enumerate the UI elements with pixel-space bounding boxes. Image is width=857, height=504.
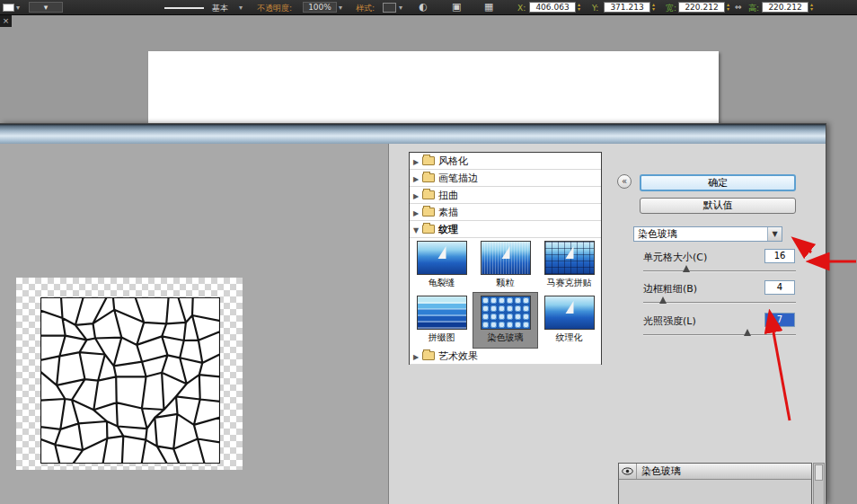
category-brush-strokes[interactable]: ▶画笔描边 (410, 170, 601, 187)
filter-label: 拼缀图 (410, 332, 473, 343)
patchwork-thumbnail (417, 296, 467, 330)
cell-size-field[interactable]: 16 (764, 249, 795, 263)
filter-stained-glass[interactable]: 染色玻璃 (473, 293, 537, 348)
expand-arrow-icon: ▶ (410, 349, 422, 366)
cell-size-slider[interactable] (643, 270, 796, 272)
width-label: 宽: (666, 3, 676, 13)
buoy-icon (437, 246, 446, 259)
category-label: 风格化 (438, 155, 468, 167)
filter-preview-pane[interactable] (0, 144, 389, 504)
height-spinner[interactable]: ▴▾ (810, 2, 813, 11)
border-thickness-slider-handle[interactable] (659, 296, 667, 304)
dialog-body: ▶风格化 ▶画笔描边 ▶扭曲 ▶素描 ▼纹理 龟裂缝 (0, 144, 826, 504)
eye-icon (622, 467, 633, 475)
category-stylize[interactable]: ▶风格化 (410, 153, 601, 170)
dialog-titlebar[interactable] (0, 124, 826, 144)
category-label: 纹理 (438, 224, 458, 235)
filter-mosaic-tiles[interactable]: 马赛克拼贴 (537, 238, 601, 293)
y-spinner[interactable]: ▴▾ (652, 2, 655, 11)
recolor-artwork-icon[interactable]: ◐ (419, 2, 428, 13)
stained-glass-preview-image[interactable] (40, 297, 220, 464)
align-grid-icon[interactable]: ▦ (484, 2, 493, 13)
expand-arrow-icon: ▶ (410, 205, 422, 222)
height-value-field[interactable]: 220.212 (762, 2, 808, 13)
height-label: 高: (748, 3, 759, 13)
constrain-proportions-icon[interactable]: ⇔ (735, 2, 742, 13)
opacity-value[interactable]: 100% (303, 2, 337, 13)
style-caret-icon[interactable]: ▾ (399, 3, 402, 13)
expand-arrow-icon: ▶ (410, 171, 422, 188)
stroke-style-caret-icon[interactable]: ▾ (239, 3, 243, 13)
control-toolbar: ▾ ▾ 基本 ▾ 不透明度: 100% ▾ 样式: ▾ ◐ ▣ ▦ X: 406… (0, 0, 857, 15)
document-tab-close-button[interactable]: × (0, 15, 12, 27)
filter-grain[interactable]: 颗粒 (473, 238, 537, 293)
category-artistic[interactable]: ▶艺术效果 (410, 348, 601, 365)
folder-icon (422, 208, 435, 217)
artboard (148, 51, 719, 124)
filter-label: 颗粒 (473, 278, 537, 288)
category-label: 画笔描边 (438, 172, 478, 184)
effect-layer-name: 染色玻璃 (637, 464, 681, 478)
effect-layer-row[interactable]: 染色玻璃 (619, 464, 811, 480)
stroke-color-control[interactable]: ▾ (29, 2, 63, 13)
filter-select-value: 染色玻璃 (638, 228, 677, 240)
sailboat-icon (565, 246, 573, 259)
category-label: 艺术效果 (438, 350, 478, 362)
light-intensity-field[interactable]: 7 (764, 313, 795, 327)
folder-icon (422, 156, 435, 165)
style-swatch[interactable] (383, 3, 396, 13)
x-label: X: (517, 3, 526, 13)
filter-select-dropdown[interactable]: 染色玻璃 ▼ (633, 226, 782, 242)
filter-craquelure[interactable]: 龟裂缝 (410, 238, 473, 293)
expand-arrow-icon: ▶ (410, 154, 422, 171)
ok-button[interactable]: 确定 (640, 174, 796, 191)
filter-patchwork[interactable]: 拼缀图 (410, 293, 473, 348)
expand-arrow-icon: ▶ (410, 188, 422, 205)
folder-icon (422, 190, 435, 199)
light-intensity-slider-handle[interactable] (744, 329, 751, 336)
transparency-checkerboard (16, 278, 243, 470)
folder-icon (422, 351, 435, 360)
width-value-field[interactable]: 220.212 (678, 2, 725, 13)
width-spinner[interactable]: ▴▾ (727, 2, 729, 11)
y-value-field[interactable]: 371.213 (604, 2, 650, 13)
x-spinner[interactable]: ▴▾ (578, 2, 580, 11)
filter-gallery-dialog: ▶风格化 ▶画笔描边 ▶扭曲 ▶素描 ▼纹理 龟裂缝 (0, 123, 826, 504)
default-button[interactable]: 默认值 (640, 198, 796, 214)
category-label: 扭曲 (438, 190, 458, 201)
collapse-arrow-icon: ▼ (410, 222, 422, 239)
craquelure-thumbnail (417, 241, 467, 275)
folder-icon (422, 173, 435, 182)
cell-size-label: 单元格大小(C) (643, 251, 707, 264)
buoy-icon (501, 246, 509, 259)
category-label: 素描 (438, 207, 458, 218)
category-sketch[interactable]: ▶素描 (410, 204, 601, 221)
border-thickness-slider[interactable] (643, 302, 796, 304)
style-label: 样式: (356, 3, 375, 13)
stroke-preview-line-icon (164, 7, 204, 9)
stroke-style-label[interactable]: 基本 (212, 3, 228, 13)
visibility-toggle[interactable] (619, 464, 637, 479)
texture-filter-thumbnails: 龟裂缝 颗粒 马赛克拼贴 拼缀图 (410, 238, 601, 348)
border-thickness-field[interactable]: 4 (764, 280, 795, 295)
category-texture[interactable]: ▼纹理 (410, 221, 601, 238)
scrollbar-thumb[interactable] (815, 464, 823, 481)
opacity-caret-icon[interactable]: ▾ (339, 3, 342, 13)
filter-label: 纹理化 (537, 332, 601, 343)
y-label: Y: (592, 3, 598, 13)
light-intensity-label: 光照强度(L) (643, 314, 696, 328)
cell-size-slider-handle[interactable] (683, 265, 690, 272)
document-setup-icon[interactable]: ▣ (452, 2, 461, 13)
light-intensity-slider[interactable] (643, 334, 796, 336)
fill-dropdown-caret-icon[interactable]: ▾ (16, 3, 20, 13)
x-value-field[interactable]: 406.063 (529, 2, 576, 13)
sailboat-icon (565, 301, 573, 314)
filter-label: 马赛克拼贴 (537, 278, 601, 288)
collapse-panel-button[interactable]: « (617, 174, 632, 189)
filter-texturizer[interactable]: 纹理化 (537, 293, 601, 348)
category-distort[interactable]: ▶扭曲 (410, 187, 601, 204)
fill-color-swatch[interactable] (3, 4, 14, 12)
border-thickness-label: 边框粗细(B) (643, 282, 697, 296)
mosaic-tiles-thumbnail (544, 241, 595, 275)
layers-panel-scrollbar[interactable] (813, 463, 825, 504)
